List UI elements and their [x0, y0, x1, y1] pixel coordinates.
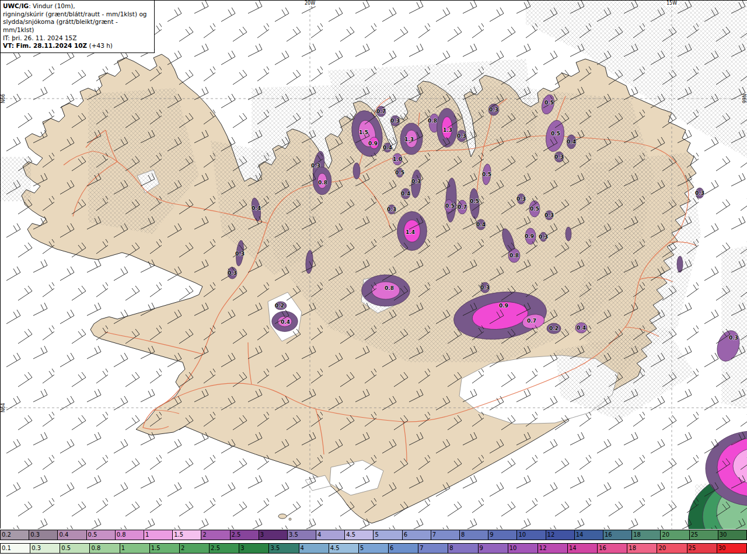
rain-colorbar-cell: 1: [120, 544, 150, 553]
rain-colorbar-cell: 2.5: [210, 544, 239, 553]
latitude-label: N64: [1, 401, 6, 415]
sleet-colorbar-cell: 3: [259, 530, 288, 540]
colorbar-value: 0.8: [91, 545, 100, 551]
info-box: UWC/IG: Vindur (10m), rigning/skúrir (gr…: [1, 1, 155, 53]
rain-colorbar-cell: 9: [479, 544, 508, 553]
sleet-colorbar-cell: 9: [488, 530, 517, 540]
colorbar-value: 2: [181, 545, 184, 551]
sleet-colorbar-cell: 4.5: [345, 530, 374, 540]
colorbar-value: 18: [629, 545, 636, 551]
colorbar-value: 5: [360, 545, 364, 551]
colorbar-value: 1.5: [174, 531, 183, 538]
colorbar-value: 0.8: [117, 531, 126, 538]
precip-value-label: 0.9: [499, 303, 508, 309]
precip-value-label: 0.5: [395, 170, 404, 176]
precip-value-label: 1.5: [359, 130, 368, 135]
sleet-colorbar-cell: 5: [374, 530, 402, 540]
rain-colorbar-cell: 1.5: [150, 544, 180, 553]
precip-value-label: 0.3: [554, 154, 564, 160]
colorbar-value: 2.5: [232, 531, 241, 538]
rain-colorbar-cell: 18: [627, 544, 657, 553]
sleet-colorbar-cell: 2: [201, 530, 230, 540]
precip-value-label: 0.4: [567, 139, 576, 145]
colorbar-sleet-snow: 0.20.30.40.50.811.522.533.544.5567891012…: [0, 530, 747, 540]
precip-value-label: 0.8: [385, 285, 394, 291]
sleet-colorbar-cell: 1.5: [173, 530, 201, 540]
precip-value-label: 0.2: [549, 326, 558, 331]
legend-line-5: VT: Fim. 28.11.2024 10Z (+43 h): [3, 42, 150, 50]
precip-value-label: 1.0: [393, 156, 402, 162]
wind-barb-field: [1, 1, 747, 529]
rain-colorbar-cell: 0.3: [30, 544, 60, 553]
precip-value-label: 0.3: [480, 285, 490, 290]
sleet-colorbar-cell: 3.5: [288, 530, 316, 540]
rain-colorbar-cell: 0.5: [60, 544, 90, 553]
precip-value-label: 0.3: [311, 163, 320, 169]
colorbar-value: 10: [509, 545, 517, 551]
rain-colorbar-cell: 8: [448, 544, 478, 553]
colorbar-value: 30: [718, 545, 726, 551]
latitude-label: N66: [1, 92, 6, 106]
legend-line-2: rigning/skúrir (grænt/blátt/rautt - mm/1…: [3, 10, 150, 19]
precip-value-label: 0.5: [530, 206, 539, 212]
precip-value-label: 0.4: [577, 325, 586, 331]
sleet-colorbar-cell: 0.5: [87, 530, 116, 540]
sleet-colorbar-cell: 0.2: [1, 530, 29, 540]
colorbar-value: 5: [375, 531, 378, 538]
colorbar-value: 2.5: [211, 545, 220, 551]
colorbar-value: 7: [432, 531, 436, 538]
sleet-colorbar-cell: 12: [546, 530, 575, 540]
rain-colorbar-cell: 6: [389, 544, 418, 553]
legend-line-1: UWC/IG: Vindur (10m),: [3, 2, 150, 10]
precip-value-label: 0.4: [281, 319, 290, 325]
precip-value-label: 0.3: [387, 206, 396, 212]
colorbar-value: 9: [490, 531, 493, 538]
sleet-colorbar-cell: 0.3: [29, 530, 58, 540]
precip-value-label: 0.9: [525, 233, 534, 239]
precip-value-label: 0.8: [509, 253, 519, 258]
precip-value-label: 0.8: [428, 118, 437, 124]
precip-value-label: 0.3: [411, 178, 421, 184]
precip-value-label: 1.4: [406, 229, 415, 235]
sleet-colorbar-cell: 25: [690, 530, 718, 540]
latitude-label: N66: [741, 92, 746, 106]
precip-value-label: 0.3: [539, 234, 548, 240]
colorbar-value: 8: [449, 545, 453, 551]
colorbar-value: 20: [662, 531, 669, 538]
sleet-colorbar-cell: 10: [517, 530, 546, 540]
sleet-colorbar-cell: 18: [632, 530, 661, 540]
colorbar-value: 30: [720, 531, 727, 538]
colorbar-value: 4.5: [330, 545, 340, 551]
precip-value-label: 0.3: [390, 118, 400, 124]
colorbar-value: 14: [569, 545, 577, 551]
colorbar-value: 2: [203, 531, 206, 538]
rain-colorbar-cell: 3.5: [269, 544, 299, 553]
precip-value-label: 1.3: [404, 136, 414, 142]
colorbar-value: 1.5: [151, 545, 160, 551]
colorbar-value: 3: [260, 531, 264, 538]
precip-value-label: 0.4: [476, 222, 486, 228]
precip-value-label: 0.5: [551, 131, 560, 136]
rain-colorbar-cell: 20: [657, 544, 687, 553]
rain-colorbar-cell: 10: [508, 544, 538, 553]
precip-value-label: 0.3: [729, 335, 738, 341]
precip-value-label: 0.4: [252, 205, 261, 211]
rain-colorbar-cell: 0.1: [1, 544, 30, 553]
sleet-colorbar-cell: 14: [575, 530, 603, 540]
rain-colorbar-cell: 0.8: [90, 544, 120, 553]
precip-value-label: 0.5: [445, 203, 455, 209]
precip-value-label: 0.3: [235, 251, 245, 257]
colorbar-value: 1: [145, 531, 149, 538]
rain-colorbar-cell: 14: [568, 544, 598, 553]
colorbar-value: 12: [547, 531, 555, 538]
precip-value-label: 0.4: [401, 191, 410, 197]
precip-value-label: 0.4: [383, 145, 392, 150]
rain-colorbar-cell: 5: [359, 544, 389, 553]
colorbar-value: 1: [121, 545, 125, 551]
colorbar-value: 0.5: [88, 531, 97, 538]
colorbar-value: 3: [240, 545, 244, 551]
rain-colorbar-cell: 4: [299, 544, 329, 553]
precip-value-label: 0.8: [318, 180, 327, 186]
precip-value-label: 0.3: [544, 212, 554, 218]
colorbar-value: 8: [461, 531, 465, 538]
